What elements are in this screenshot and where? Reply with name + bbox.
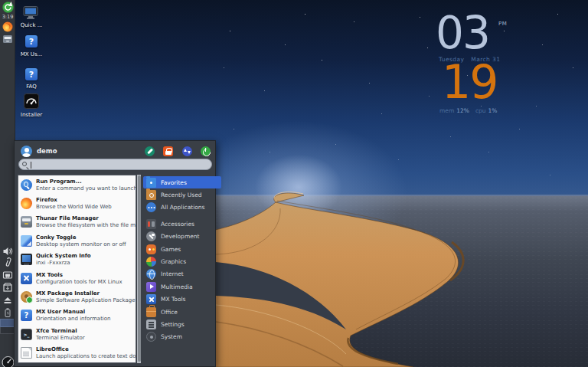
conky-cpu-value: 1% [488, 107, 498, 114]
category-label: Games [161, 246, 181, 253]
app-desc: Browse the World Wide Web [36, 204, 112, 210]
app-list-scrollbar[interactable] [137, 175, 141, 363]
conky-minute: 19 [442, 59, 497, 105]
search-icon [22, 162, 27, 166]
app-title: Thunar File Manager [36, 215, 136, 222]
multimedia-icon [146, 282, 156, 292]
conky-clock-widget: 03 PM TuesdayMarch 31 19 mem12%cpu1% [431, 11, 523, 118]
games-icon [146, 244, 156, 254]
app-item-run-program[interactable]: Run Program...Enter a command you want t… [18, 175, 136, 194]
desktop-icon-faq[interactable]: ? [25, 68, 38, 80]
question-mark-icon: ? [25, 35, 38, 48]
mx-tools-icon [21, 273, 32, 284]
mx-logo-icon [2, 2, 14, 13]
panel-clock[interactable]: 3:19 [0, 14, 15, 20]
volume-tray-icon[interactable] [2, 245, 13, 256]
whisker-menu: demo Run Program...Enter a command you w… [14, 140, 216, 367]
logout-button[interactable] [201, 146, 211, 156]
workspace-2[interactable] [0, 327, 15, 334]
libreoffice-icon [21, 347, 32, 359]
question-glyph: ? [29, 37, 34, 47]
category-development[interactable]: Development [143, 231, 221, 243]
category-label: Office [161, 309, 178, 316]
app-desc: Desktop system monitor on or off [36, 241, 126, 247]
installer-tray-icon[interactable] [2, 356, 15, 367]
battery-tray-icon[interactable] [2, 306, 13, 317]
app-item-conky-toggle[interactable]: Conky ToggleDesktop system monitor on or… [18, 231, 136, 250]
gauge-icon [2, 356, 15, 367]
taskbar-panel: 3:19 [0, 0, 15, 367]
category-graphics[interactable]: Graphics [143, 255, 221, 267]
app-desc: Simple Software Application Package I... [36, 297, 136, 303]
category-label: Development [161, 233, 200, 240]
speaker-icon [2, 246, 13, 257]
desktop-icon-installer[interactable] [24, 93, 39, 112]
app-item-mx-user-manual[interactable]: ? MX User ManualOrientation and informat… [18, 306, 136, 325]
graphics-icon [146, 257, 156, 267]
app-item-quick-system-info[interactable]: Quick System Infoinxi -Fxxxrza [18, 251, 136, 269]
category-internet[interactable]: Internet [143, 268, 221, 280]
conky-mem-value: 12% [456, 107, 469, 114]
app-desc: Terminal Emulator [36, 335, 85, 341]
switch-user-button[interactable] [182, 146, 192, 156]
network-tray-icon[interactable] [2, 269, 13, 280]
prompt-glyph: >_ [23, 332, 29, 337]
system-gear-icon [146, 332, 156, 342]
desktop-icon-mx-users[interactable]: ? [25, 35, 38, 48]
app-item-firefox[interactable]: FirefoxBrowse the World Wide Web [18, 194, 136, 212]
app-item-mx-tools[interactable]: MX ToolsConfiguration tools for MX Linux [18, 269, 136, 287]
app-item-thunar[interactable]: Thunar File ManagerBrowse the filesystem… [18, 213, 136, 231]
category-recently-used[interactable]: Recently Used [143, 188, 221, 201]
category-label: MX Tools [161, 296, 185, 303]
recent-folder-icon [146, 190, 156, 200]
app-title: Xfce Terminal [36, 328, 85, 335]
firefox-launcher[interactable] [2, 21, 13, 31]
category-system[interactable]: System [143, 331, 221, 343]
conky-meridiem: PM [498, 21, 507, 27]
gauge-icon [24, 93, 39, 109]
lock-screen-button[interactable] [163, 146, 173, 156]
category-settings[interactable]: Settings [143, 318, 221, 330]
app-item-libreoffice[interactable]: LibreOfficeLaunch applications to create… [18, 344, 136, 362]
category-office[interactable]: Office [143, 306, 221, 318]
desktop-icon-quick-system-info[interactable] [23, 6, 38, 22]
app-item-xfce-terminal[interactable]: >_ Xfce TerminalTerminal Emulator [18, 325, 136, 343]
ethernet-icon [2, 270, 13, 280]
firefox-icon [21, 198, 32, 209]
mx-tools-icon [146, 294, 156, 304]
category-list: Favorites Recently Used All Applications… [143, 176, 221, 343]
favorites-folder-icon [146, 178, 156, 188]
category-label: Settings [161, 321, 185, 328]
battery-icon [2, 307, 13, 318]
file-manager-icon [2, 34, 13, 44]
file-manager-icon [21, 216, 32, 228]
search-box[interactable] [18, 159, 212, 170]
wallpaper-moon-glow-core [251, 152, 346, 222]
updates-tray-icon[interactable] [2, 281, 13, 292]
app-item-mx-package-installer[interactable]: MX Package InstallerSimple Software Appl… [18, 287, 136, 306]
accessories-icon [146, 219, 156, 229]
app-title: MX Tools [36, 272, 122, 279]
menu-launcher-button[interactable] [2, 2, 14, 13]
user-avatar [21, 146, 32, 157]
system-info-icon [21, 254, 32, 265]
category-accessories[interactable]: Accessories [143, 218, 221, 230]
category-multimedia[interactable]: Multimedia [143, 280, 221, 293]
scrollbar-thumb[interactable] [138, 175, 141, 362]
app-title: MX User Manual [36, 309, 111, 316]
category-mx-tools[interactable]: MX Tools [143, 293, 221, 306]
file-manager-launcher[interactable] [2, 33, 13, 44]
workspace-1-active[interactable] [0, 319, 15, 327]
app-desc: Configuration tools for MX Linux [36, 279, 122, 285]
settings-manager-button[interactable] [145, 146, 155, 156]
category-favorites[interactable]: Favorites [143, 176, 221, 188]
category-games[interactable]: Games [143, 243, 221, 255]
app-title: LibreOffice [36, 346, 136, 353]
conky-stats: mem12%cpu1% [439, 107, 497, 114]
clipboard-tray-icon[interactable] [2, 257, 13, 267]
eject-tray-icon[interactable] [2, 294, 13, 305]
workspace-switcher[interactable] [0, 319, 15, 334]
conky-cpu-label: cpu [475, 107, 486, 114]
category-all-applications[interactable]: All Applications [143, 202, 221, 214]
search-input[interactable] [31, 160, 207, 169]
